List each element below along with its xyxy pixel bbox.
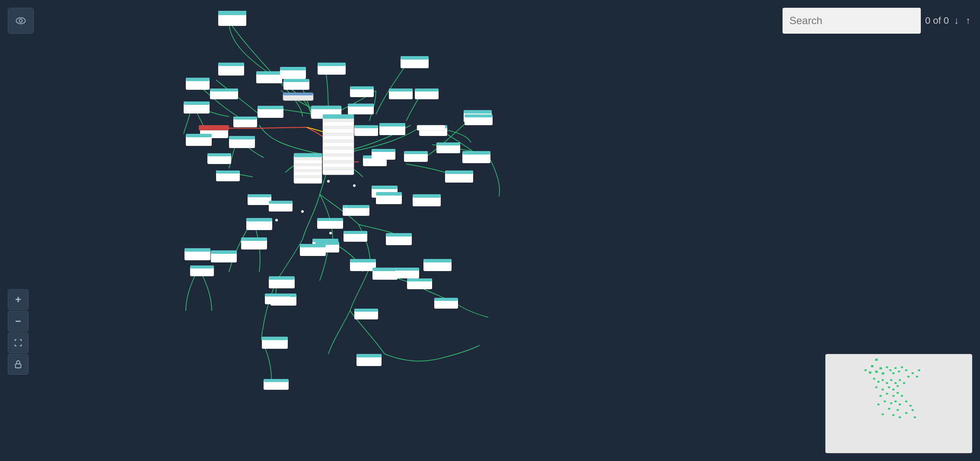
node-ul3[interactable]: [210, 88, 238, 99]
node-fbr4[interactable]: [434, 298, 458, 309]
svg-rect-203: [886, 393, 888, 395]
svg-rect-186: [907, 376, 910, 378]
search-prev-button[interactable]: ↑: [964, 13, 972, 28]
node-ul4[interactable]: [184, 101, 210, 114]
svg-rect-146: [354, 309, 378, 312]
node-r6[interactable]: [413, 194, 441, 206]
node-cl2[interactable]: [258, 106, 283, 118]
node-active[interactable]: [283, 93, 313, 101]
node-r4[interactable]: [462, 151, 490, 163]
node-bl1[interactable]: [190, 265, 214, 276]
node-b7[interactable]: [269, 276, 295, 288]
node-fbr1[interactable]: [395, 268, 419, 278]
node-vb4[interactable]: [372, 268, 398, 280]
svg-rect-50: [323, 136, 354, 139]
node-b11[interactable]: [386, 233, 412, 245]
node-fr2[interactable]: [465, 114, 493, 125]
node-b1[interactable]: [246, 218, 272, 230]
node-bl2[interactable]: [211, 250, 237, 262]
node-cl8[interactable]: [269, 201, 293, 212]
node-bfl1[interactable]: [185, 248, 210, 260]
node-b9[interactable]: [350, 259, 376, 271]
node-vb2[interactable]: [265, 294, 290, 304]
svg-rect-179: [886, 366, 888, 368]
node-fur2[interactable]: [389, 88, 413, 99]
node-fur4[interactable]: [379, 123, 405, 135]
svg-rect-177: [879, 367, 882, 369]
svg-point-163: [353, 184, 356, 187]
node-r3[interactable]: [436, 142, 460, 153]
svg-rect-34: [269, 201, 293, 204]
zoom-out-label: −: [15, 315, 21, 327]
node-ur6[interactable]: [372, 149, 395, 160]
minimap[interactable]: [825, 354, 972, 453]
svg-rect-46: [323, 122, 354, 126]
node-b10[interactable]: [376, 192, 402, 204]
svg-rect-57: [323, 160, 354, 164]
node-ur3[interactable]: [348, 104, 374, 114]
zoom-in-button[interactable]: +: [8, 289, 29, 310]
fit-view-button[interactable]: [8, 332, 29, 353]
node-b6[interactable]: [344, 231, 367, 242]
node-r5[interactable]: [445, 171, 473, 183]
search-next-button[interactable]: ↓: [952, 13, 961, 28]
svg-rect-95: [464, 110, 492, 114]
svg-rect-152: [395, 268, 419, 271]
node-cl1[interactable]: [256, 71, 282, 83]
node-ur1[interactable]: [318, 63, 346, 75]
node-vb5[interactable]: [407, 278, 432, 289]
svg-rect-68: [294, 172, 322, 175]
svg-rect-40: [283, 93, 313, 95]
node-tc2[interactable]: [283, 79, 309, 90]
svg-rect-56: [323, 157, 354, 160]
node-ur2[interactable]: [350, 86, 374, 97]
node-cl3[interactable]: [233, 117, 257, 127]
svg-rect-48: [323, 129, 354, 133]
svg-rect-55: [323, 153, 354, 157]
node-b4[interactable]: [241, 237, 267, 249]
svg-rect-44: [323, 114, 354, 119]
node-b2[interactable]: [317, 218, 343, 229]
node-fbr2[interactable]: [356, 354, 382, 366]
zoom-out-button[interactable]: −: [8, 311, 29, 332]
svg-rect-101: [462, 151, 490, 155]
svg-rect-183: [898, 371, 900, 373]
node-bc3[interactable]: [346, 205, 369, 216]
node-left-error[interactable]: [199, 125, 229, 130]
node-fur5[interactable]: [404, 151, 428, 162]
svg-point-164: [327, 180, 330, 183]
svg-rect-204: [892, 395, 894, 397]
node-ur4[interactable]: [354, 125, 378, 136]
node-vb3[interactable]: [354, 309, 378, 319]
node-cl6[interactable]: [216, 171, 240, 181]
node-ul6[interactable]: [186, 134, 212, 146]
node-bc2[interactable]: [300, 244, 326, 256]
node-fbr3[interactable]: [423, 259, 452, 271]
node-fur3[interactable]: [415, 88, 439, 99]
node-top[interactable]: [218, 11, 246, 26]
svg-rect-201: [897, 385, 899, 387]
node-fr1[interactable]: [417, 125, 445, 130]
visibility-toggle-button[interactable]: [8, 8, 34, 34]
node-fur1[interactable]: [401, 56, 429, 68]
svg-rect-128: [376, 192, 402, 196]
node-ul1[interactable]: [218, 63, 244, 76]
svg-rect-51: [323, 139, 354, 143]
svg-point-165: [301, 210, 304, 213]
node-very-bottom[interactable]: [264, 379, 289, 390]
lock-button[interactable]: [8, 354, 29, 375]
svg-rect-216: [897, 409, 899, 411]
svg-rect-112: [317, 218, 343, 221]
svg-rect-156: [423, 259, 452, 262]
node-hub2[interactable]: [294, 153, 322, 183]
node-hub-main[interactable]: [323, 114, 354, 175]
svg-point-0: [16, 18, 25, 24]
node-cl4[interactable]: [229, 136, 255, 148]
node-tc1[interactable]: [280, 67, 306, 79]
node-ul2[interactable]: [186, 78, 210, 90]
node-cl5[interactable]: [207, 153, 231, 164]
node-cl7[interactable]: [248, 194, 271, 205]
node-vb1[interactable]: [262, 337, 288, 349]
search-input[interactable]: [783, 8, 921, 34]
svg-rect-122: [269, 276, 295, 280]
